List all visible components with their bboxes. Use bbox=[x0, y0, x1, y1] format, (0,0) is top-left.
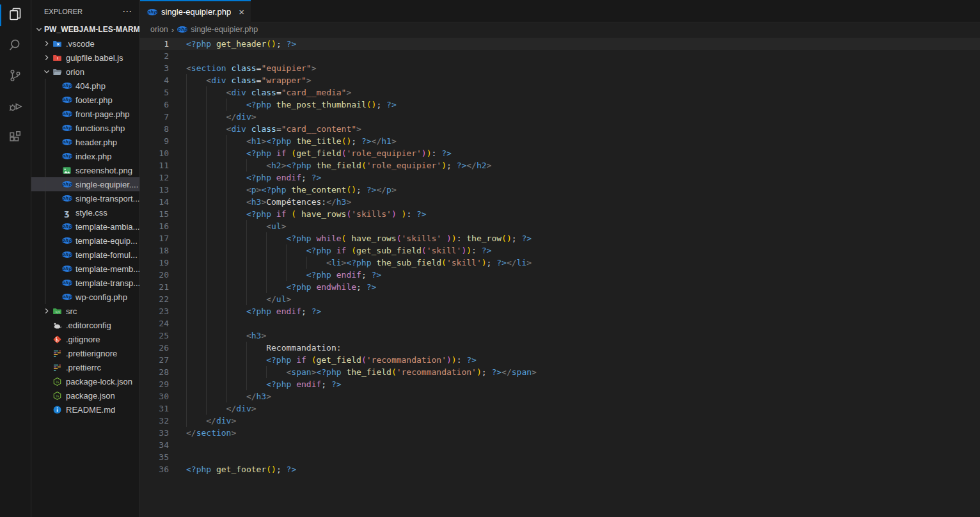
tree-item-label: header.php bbox=[75, 138, 117, 147]
tree-item-template-fomul[interactable]: phptemplate-fomul... bbox=[31, 248, 139, 262]
svg-text:JS: JS bbox=[56, 394, 59, 397]
close-icon[interactable]: × bbox=[239, 7, 244, 17]
more-actions-button[interactable]: ⋯ bbox=[121, 6, 133, 16]
tree-item-footer-php[interactable]: phpfooter.php bbox=[31, 93, 139, 107]
code-line: 10<?php if (get_field('role_equipier')):… bbox=[140, 147, 980, 159]
tree-item-label: wp-config.php bbox=[75, 292, 127, 302]
tree-item-label: template-transp... bbox=[75, 278, 139, 288]
code-line: 23<?php endif; ?> bbox=[140, 305, 980, 317]
indent-guide bbox=[266, 281, 286, 293]
line-number: 17 bbox=[140, 232, 169, 244]
sidebar-explorer: EXPLORER ⋯ PW_WEBJAM-LES-MARME... .vscod… bbox=[31, 0, 140, 517]
tree-item-template-ambia[interactable]: phptemplate-ambia... bbox=[31, 219, 139, 234]
php-icon: php bbox=[61, 81, 72, 91]
root-folder-label: PW_WEBJAM-LES-MARME... bbox=[44, 25, 139, 34]
indent-guide bbox=[186, 305, 206, 317]
svg-text:</>: </> bbox=[55, 310, 60, 314]
tree-root-folder[interactable]: PW_WEBJAM-LES-MARME... bbox=[31, 22, 139, 36]
files-icon bbox=[8, 6, 23, 24]
chevron-right-icon[interactable] bbox=[42, 52, 52, 63]
code-line-content: Recommandation: bbox=[186, 342, 342, 354]
node-icon: JS bbox=[52, 390, 63, 401]
tree-item-readme-md[interactable]: README.md bbox=[31, 402, 139, 417]
tree-item-single-equipier[interactable]: phpsingle-equipier.... bbox=[31, 177, 139, 191]
code-line-content: </div> bbox=[186, 402, 257, 415]
indent-guide bbox=[206, 184, 226, 196]
tree-item-template-equip[interactable]: phptemplate-equip... bbox=[31, 234, 139, 248]
php-icon: php bbox=[146, 7, 157, 17]
breadcrumb-folder[interactable]: orion bbox=[150, 25, 168, 34]
code-line: 16<ul> bbox=[140, 220, 980, 232]
indent-guide bbox=[246, 354, 266, 366]
indent-guide bbox=[226, 147, 246, 159]
debug-icon bbox=[8, 99, 23, 116]
tree-item-404-php[interactable]: php404.php bbox=[31, 79, 139, 93]
tree-item-front-page-php[interactable]: phpfront-page.php bbox=[31, 107, 139, 121]
code-line-content: </section> bbox=[186, 427, 236, 439]
tree-item-single-transport[interactable]: phpsingle-transport.... bbox=[31, 191, 139, 205]
code-line: 3<section class="equipier"> bbox=[140, 62, 980, 74]
line-number: 29 bbox=[140, 378, 169, 390]
tree-item-package-json[interactable]: JSpackage.json bbox=[31, 388, 139, 402]
tree-item-editorconfig[interactable]: .editorconfig bbox=[31, 318, 139, 332]
indent-guide bbox=[186, 415, 206, 427]
code-line: 13<p><?php the_content(); ?></p> bbox=[140, 184, 980, 196]
folder-gulp-icon bbox=[52, 52, 63, 63]
indent-guide bbox=[226, 366, 246, 378]
code-line-content: <?php endif; ?> bbox=[186, 305, 321, 317]
tree-item-index-php[interactable]: phpindex.php bbox=[31, 149, 139, 163]
code-line-content: <?php if ( have_rows('skills') ): ?> bbox=[186, 208, 427, 220]
tree-item-vscode[interactable]: .vscode bbox=[31, 36, 139, 51]
tree-item-prettierrc[interactable]: .prettierrc bbox=[31, 360, 139, 374]
indent-guide bbox=[226, 330, 246, 342]
folder-open-icon bbox=[52, 67, 63, 77]
tree-item-template-transp[interactable]: phptemplate-transp... bbox=[31, 276, 139, 290]
activity-bar-item-extensions[interactable] bbox=[0, 123, 31, 154]
indent-guide bbox=[286, 269, 306, 281]
extensions-icon bbox=[8, 129, 23, 147]
activity-bar-item-run-debug[interactable] bbox=[0, 92, 31, 123]
indent-guide bbox=[186, 378, 206, 390]
tree-item-template-memb[interactable]: phptemplate-memb... bbox=[31, 262, 139, 276]
tree-item-src[interactable]: </>src bbox=[31, 304, 139, 318]
chevron-right-icon[interactable] bbox=[42, 306, 52, 316]
line-number: 31 bbox=[140, 402, 169, 415]
tree-item-label: gulpfile.babel.js bbox=[66, 53, 123, 63]
code-line: 14<h3>Compétences:</h3> bbox=[140, 196, 980, 208]
chevron-right-icon[interactable] bbox=[42, 38, 52, 49]
code-line-content: <ul> bbox=[186, 220, 287, 232]
tab-bar: php single-equipier.php × bbox=[140, 0, 980, 22]
tree-item-label: 404.php bbox=[75, 81, 106, 91]
indent-guide bbox=[206, 317, 226, 330]
tree-item-header-php[interactable]: phpheader.php bbox=[31, 135, 139, 149]
activity-bar-item-explorer[interactable] bbox=[0, 0, 31, 31]
code-line-content: <div class="card__content"> bbox=[186, 123, 361, 135]
tab-single-equipier-php[interactable]: php single-equipier.php × bbox=[140, 0, 251, 22]
tree-item-prettierignore[interactable]: .prettierignore bbox=[31, 346, 139, 360]
tree-item-wp-config-php[interactable]: phpwp-config.php bbox=[31, 290, 139, 304]
tree-item-package-lock-json[interactable]: JSpackage-lock.json bbox=[31, 374, 139, 388]
indent-guide bbox=[206, 220, 226, 232]
tree-item-style-css[interactable]: ʒstyle.css bbox=[31, 205, 139, 219]
code-line-content: <?php the_post_thumbnail(); ?> bbox=[186, 99, 397, 111]
code-line: 28<span><?php the_field('recommandation'… bbox=[140, 366, 980, 378]
code-line-content: <?php if (get_sub_field('skill')): ?> bbox=[186, 244, 491, 257]
breadcrumb-file[interactable]: single-equipier.php bbox=[191, 25, 258, 34]
chevron-down-icon[interactable] bbox=[42, 67, 52, 77]
tree-item-screenshot-png[interactable]: screenshot.png bbox=[31, 163, 139, 177]
tree-item-label: package.json bbox=[66, 391, 115, 401]
indent-guide bbox=[186, 147, 206, 159]
node-icon: JS bbox=[52, 376, 63, 386]
code-line: 12<?php endif; ?> bbox=[140, 171, 980, 184]
line-number: 14 bbox=[140, 196, 169, 208]
indent-guide bbox=[186, 86, 206, 99]
activity-bar-item-search[interactable] bbox=[0, 31, 31, 61]
tree-item-gitignore[interactable]: .gitignore bbox=[31, 332, 139, 346]
line-number: 3 bbox=[140, 62, 169, 74]
tree-item-orion[interactable]: orion bbox=[31, 65, 139, 79]
activity-bar-item-source-control[interactable] bbox=[0, 61, 31, 92]
tree-item-gulpfile-babel-js[interactable]: gulpfile.babel.js bbox=[31, 51, 139, 65]
code-editor[interactable]: 1<?php get_header(); ?>23<section class=… bbox=[140, 36, 980, 517]
indent-guide bbox=[246, 378, 266, 390]
tree-item-functions-php[interactable]: phpfunctions.php bbox=[31, 121, 139, 135]
